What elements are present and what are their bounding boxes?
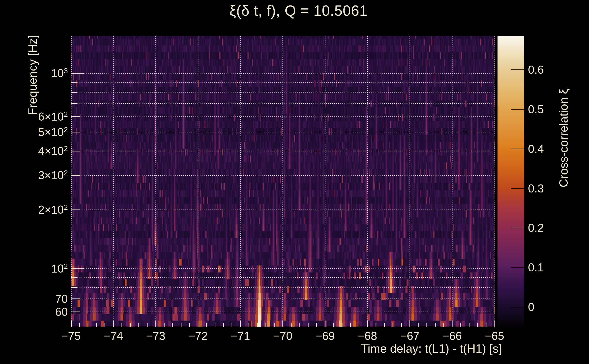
colorbar-tick-label: 0.1 [528, 261, 544, 274]
x-axis-title: Time delay: t(L1) - t(H1) [s] [228, 342, 502, 355]
y-tick-label: 2×102 [14, 203, 68, 217]
colorbar [497, 36, 524, 327]
colorbar-tick [511, 69, 524, 70]
colorbar-title: Cross-correlation ξ [557, 70, 570, 206]
x-tick-label: −70 [273, 329, 292, 343]
y-tick-label: 4×102 [14, 144, 68, 158]
x-tick-label: −69 [315, 329, 335, 343]
heatmap-canvas [71, 36, 495, 327]
colorbar-tick-label: 0.2 [528, 221, 544, 234]
colorbar-tick-label: 0 [528, 300, 534, 314]
figure: { "page": { "background": "#000000", "te… [0, 0, 589, 364]
y-tick-label: 5×102 [14, 125, 68, 139]
x-tick-label: −67 [400, 329, 419, 343]
colorbar-tick-label: 0.5 [528, 103, 544, 116]
colorbar-tick-label: 0.4 [528, 143, 544, 156]
y-tick-label: 3×102 [14, 169, 68, 182]
y-tick-label: 60 [14, 305, 68, 318]
colorbar-tick [511, 307, 524, 308]
colorbar-tick-label: 0.6 [528, 63, 544, 77]
colorbar-tick [511, 109, 524, 110]
x-tick-label: −74 [104, 329, 123, 343]
y-tick-label: 102 [14, 262, 68, 275]
x-tick-label: −68 [358, 329, 377, 343]
y-tick-label: 6×102 [14, 110, 68, 123]
x-tick-label: −65 [485, 329, 504, 343]
colorbar-tick [511, 267, 524, 268]
colorbar-tick-label: 0.3 [528, 182, 544, 195]
x-tick-label: −71 [231, 329, 250, 343]
x-tick-label: −66 [442, 329, 462, 343]
colorbar-tick [511, 228, 524, 228]
x-tick-label: −73 [146, 329, 165, 343]
chart-title: ξ(δ t, f), Q = 10.5061 [0, 2, 589, 19]
x-tick-label: −72 [189, 329, 208, 343]
y-tick-label: 103 [14, 67, 68, 80]
colorbar-tick [511, 188, 524, 189]
colorbar-tick [511, 149, 524, 149]
y-tick-label: 70 [14, 292, 68, 306]
x-tick-label: −75 [61, 329, 81, 343]
